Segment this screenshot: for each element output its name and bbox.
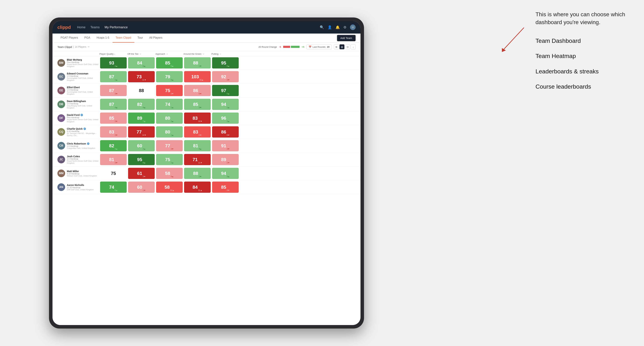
score-cell-0-2: 858▲ [156, 57, 183, 68]
col-player-quality[interactable]: Player Quality ↓ [100, 53, 128, 55]
nav-teams[interactable]: Teams [90, 25, 100, 29]
table-row[interactable]: CQCharlie Quick✓6-10 HandicapSt. George'… [52, 125, 360, 139]
score-value: 79 [165, 74, 170, 79]
tab-pgat-players[interactable]: PGAT Players [58, 33, 81, 43]
table-row[interactable]: MMMatt Miller6-10 HandicapWoburn Golf Cl… [52, 167, 360, 180]
score-cell-0-0: 934▲ [100, 57, 127, 68]
last-rounds-label: Last Rounds: [312, 46, 326, 48]
nav-icons: 🔍 👤 🔔 ⚙ U [320, 24, 356, 30]
score-change-up: 2▲ [142, 148, 146, 150]
tab-hcaps[interactable]: Hcaps 1-5 [94, 33, 112, 43]
search-icon[interactable]: 🔍 [320, 25, 324, 29]
score-cell-6-3: 814▲ [184, 140, 211, 151]
player-name[interactable]: Edward Crossman [67, 72, 100, 75]
score-change-up: 4▲ [114, 106, 118, 109]
person-icon[interactable]: 👤 [328, 25, 332, 29]
player-name[interactable]: Elliot Ebert [67, 86, 100, 89]
score-cell-3-1: 824▲ [128, 99, 155, 110]
player-name[interactable]: David Ford✓ [67, 114, 100, 116]
player-name[interactable]: Aaron Nicholls [67, 184, 94, 186]
nav-home[interactable]: Home [77, 25, 86, 29]
bell-icon[interactable]: 🔔 [336, 25, 340, 29]
player-club: Craigmillar Park, United Kingdom [67, 147, 96, 149]
col-putting[interactable]: Putting → [212, 53, 240, 55]
svg-marker-1 [502, 48, 506, 52]
score-value: 88 [193, 60, 198, 66]
table-row[interactable]: JCJosh Coles1-5 HandicapRoyal North Devo… [52, 153, 360, 167]
col-off-tee[interactable]: Off the Tee → [128, 53, 156, 55]
score-cell-7-1: 958▲ [128, 154, 155, 165]
avatar-initial: U [352, 26, 354, 29]
table-row[interactable]: DFDavid Ford✓Plus HandicapRoyal North De… [52, 111, 360, 125]
score-change-up: 4▲ [198, 148, 202, 150]
score-change-down: 3▼ [170, 148, 174, 150]
player-handicap: 6-10 Handicap [67, 173, 97, 175]
table-row[interactable]: ECEdward Crossman1-5 HandicapSunningdale… [52, 70, 360, 84]
score-cell-4-1: 897▲ [128, 113, 155, 124]
score-value: 73 [136, 74, 142, 79]
player-club: Sunningdale Golf Club, United Kingdom [67, 77, 100, 81]
player-avatar: DF [58, 114, 65, 122]
list-view-button[interactable]: ▤ [340, 44, 344, 49]
score-cell-8-4: 943▲ [212, 168, 239, 179]
player-info-2: EEElliot Ebert1-5 HandicapSunningdale Go… [58, 86, 100, 95]
player-avatar: EE [58, 87, 65, 94]
score-cell-2-4: 975▲ [212, 85, 239, 96]
download-button[interactable]: ↓ [351, 44, 356, 49]
table-row[interactable]: ANAaron Nicholls11-15 HandicapDrift Golf… [52, 180, 360, 194]
grid-view-button[interactable]: ⊞ [334, 44, 339, 49]
table-row[interactable]: EEElliot Ebert1-5 HandicapSunningdale Go… [52, 84, 360, 98]
score-change-down: 6▼ [198, 93, 202, 95]
score-value: 88 [193, 171, 198, 176]
score-change-down: 1▼ [142, 189, 146, 191]
score-value: 58 [165, 171, 170, 176]
tab-team-clippd[interactable]: Team Clippd [112, 33, 134, 43]
score-value: 81 [109, 157, 114, 162]
sub-nav-links: PGAT Players PGA Hcaps 1-5 Team Clippd T… [58, 33, 337, 43]
team-header: Team Clippd | 14 Players ✏ 20 Round Chan… [52, 43, 360, 51]
score-value: 61 [137, 171, 142, 176]
player-handicap: 1-5 Handicap [67, 75, 100, 77]
col-approach[interactable]: Approach → [156, 53, 184, 55]
heatmap-view-button[interactable]: ⊡ [345, 44, 350, 49]
score-change-up: 8▲ [114, 189, 118, 191]
player-name[interactable]: Matt Miller [67, 170, 97, 173]
player-name[interactable]: Josh Coles [67, 155, 100, 158]
settings-icon[interactable]: ⚙ [343, 25, 346, 29]
last-rounds-button[interactable]: 📅 Last Rounds: 20 [306, 44, 332, 49]
tab-all-players[interactable]: All Players [146, 33, 166, 43]
user-avatar[interactable]: U [350, 24, 356, 30]
score-value: 74 [165, 102, 170, 107]
tab-tour[interactable]: Tour [134, 33, 146, 43]
player-name[interactable]: Charlie Quick✓ [67, 127, 100, 130]
score-cell-0-1: 846▲ [128, 57, 155, 68]
score-cell-8-1: 613▼ [128, 168, 155, 179]
edit-team-icon[interactable]: ✏ [88, 45, 90, 48]
score-change-down: 3▼ [114, 120, 118, 122]
table-area: Player Quality ↓ Off the Tee → Approach … [52, 51, 360, 325]
annotation-arrow-icon [499, 24, 530, 56]
player-info-8: MMMatt Miller6-10 HandicapWoburn Golf Cl… [58, 170, 100, 177]
score-cell-4-0: 853▼ [100, 113, 127, 124]
player-name[interactable]: Dave Billingham [67, 100, 100, 103]
score-cell-4-2: 803▲ [156, 113, 183, 124]
table-row[interactable]: DBDave Billingham1-5 HandicapGog Magog G… [52, 98, 360, 111]
score-cell-3-2: 741▲ [156, 99, 183, 110]
add-team-button[interactable]: Add Team [337, 35, 356, 41]
annotation-item-3: Leaderboards & streaks [536, 67, 626, 76]
player-name[interactable]: Blair McHarg [67, 58, 100, 61]
score-value: 83 [192, 116, 198, 121]
tab-pga[interactable]: PGA [81, 33, 94, 43]
nav-my-performance[interactable]: My Performance [105, 25, 128, 29]
score-cell-6-1: 602▲ [128, 140, 155, 151]
player-name[interactable]: Chris Robertson✓ [67, 142, 96, 145]
player-avatar: JC [58, 156, 65, 163]
score-value: 87 [109, 88, 114, 93]
table-row[interactable]: BMBlair McHargPlus HandicapRoyal North D… [52, 56, 360, 70]
table-row[interactable]: CRChris Robertson✓1-5 HandicapCraigmilla… [52, 139, 360, 153]
score-change-up: 3▲ [226, 175, 230, 177]
score-change-up: 3▲ [226, 120, 230, 122]
team-player-count: 14 Players [75, 45, 86, 48]
col-around-green[interactable]: Around the Green → [184, 53, 212, 55]
score-value: 80 [165, 129, 170, 135]
